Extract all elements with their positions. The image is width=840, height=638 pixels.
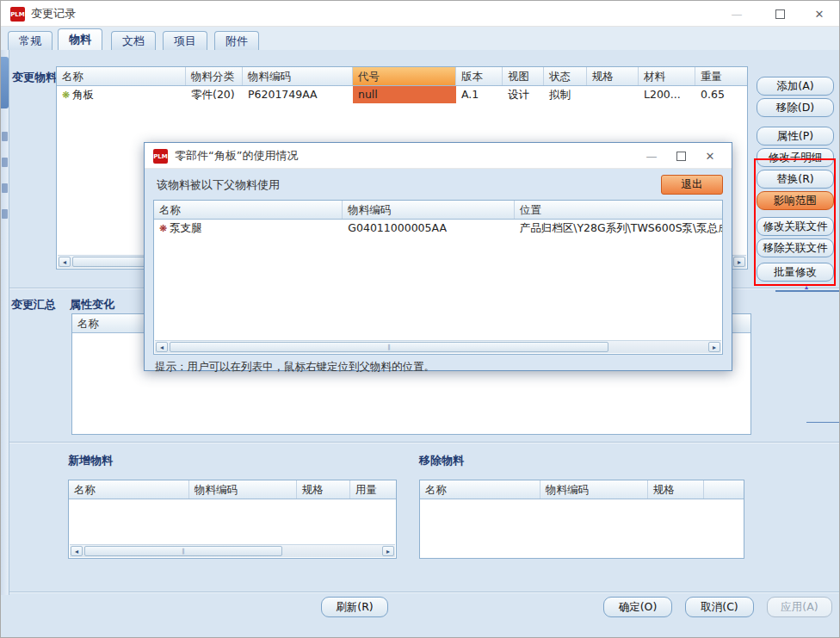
col-code[interactable]: 物料编码 xyxy=(189,480,297,499)
maximize-icon[interactable] xyxy=(765,1,794,27)
tab-document[interactable]: 文档 xyxy=(111,31,156,50)
scrollbar-thumb[interactable]: ‖ xyxy=(84,546,282,556)
add-button[interactable]: 添加(A) xyxy=(757,77,834,96)
material-icon: ❋ xyxy=(62,90,70,101)
minimize-icon[interactable]: — xyxy=(722,1,751,27)
exit-button[interactable]: 退出 xyxy=(661,175,723,195)
cell-designation: null xyxy=(353,86,456,103)
tab-bar: 常规 物料 文档 项目 附件 xyxy=(1,27,840,50)
window-title: 变更记录 xyxy=(31,1,76,27)
properties-button[interactable]: 属性(P) xyxy=(757,127,834,146)
dialog-titlebar: PLM 零部件“角板”的使用情况 — ✕ xyxy=(145,143,732,169)
cancel-button[interactable]: 取消(C) xyxy=(685,597,754,617)
cell-location: 产品归档区\Y28G系列\TWS600S泵\泵总成（3.5”）\动力 xyxy=(515,220,722,237)
horizontal-scrollbar[interactable]: ◂ ‖ ▸ xyxy=(70,544,395,557)
maximize-icon[interactable] xyxy=(666,143,695,169)
ok-button[interactable]: 确定(O) xyxy=(603,597,672,617)
col-name[interactable]: 名称 xyxy=(69,480,189,499)
cell-code: P6201749AA xyxy=(243,86,353,103)
refresh-button[interactable]: 刷新(R) xyxy=(321,597,388,617)
annotation-red-rectangle xyxy=(754,158,836,286)
cell-name: 泵支腿 xyxy=(170,221,202,234)
cell-status: 拟制 xyxy=(544,86,587,103)
remove-button[interactable]: 移除(D) xyxy=(757,98,834,117)
cell-code: G04011000005AA xyxy=(343,220,514,237)
minimize-icon[interactable]: — xyxy=(637,143,666,169)
usage-list-header: 名称 物料编码 位置 xyxy=(154,201,722,220)
cell-view: 设计 xyxy=(503,86,544,103)
scroll-right-icon[interactable]: ▸ xyxy=(733,257,745,267)
cell-weight: 0.65 xyxy=(695,86,747,103)
changed-materials-header: 名称 物料分类 物料编码 代号 版本 视图 状态 规格 材料 重量 xyxy=(57,67,747,86)
cell-category: 零件(20) xyxy=(186,86,243,103)
cell-spec xyxy=(587,86,639,103)
section-divider xyxy=(9,442,840,443)
window-titlebar: PLM 变更记录 — ✕ xyxy=(1,1,840,27)
tab-attachment[interactable]: 附件 xyxy=(214,31,259,50)
scrollbar-thumb[interactable]: ‖ xyxy=(170,342,608,352)
removed-materials-label: 移除物料 xyxy=(419,453,464,468)
tab-material[interactable]: 物料 xyxy=(58,28,102,50)
change-summary-label: 变更汇总 xyxy=(11,297,56,313)
added-materials-label: 新增物料 xyxy=(68,453,113,468)
attribute-change-label: 属性变化 xyxy=(70,297,114,313)
dialog-description: 该物料被以下父物料使用 xyxy=(157,177,280,193)
apply-button[interactable]: 应用(A) xyxy=(767,597,832,617)
col-code[interactable]: 物料编码 xyxy=(540,480,648,499)
cell-name: 角板 xyxy=(72,88,94,101)
col-spec[interactable]: 规格 xyxy=(297,480,350,499)
left-dock-strip xyxy=(1,50,9,595)
cell-version: A.1 xyxy=(456,86,503,103)
col-material[interactable]: 材料 xyxy=(639,67,695,85)
removed-materials-table: 名称 物料编码 规格 xyxy=(419,480,744,559)
scroll-right-icon[interactable]: ▸ xyxy=(382,546,394,556)
close-icon[interactable]: ✕ xyxy=(695,143,725,169)
parent-usage-list: 名称 物料编码 位置 ❋泵支腿 G04011000005AA 产品归档区\Y28… xyxy=(153,200,723,355)
added-materials-table: 名称 物料编码 规格 用量 ◂ ‖ ▸ xyxy=(68,480,397,559)
scroll-left-icon[interactable]: ◂ xyxy=(71,546,83,556)
list-item[interactable]: ❋泵支腿 G04011000005AA 产品归档区\Y28G系列\TWS600S… xyxy=(154,220,722,237)
plm-logo-icon: PLM xyxy=(10,7,25,22)
plm-logo-icon: PLM xyxy=(153,149,168,164)
col-name[interactable]: 名称 xyxy=(420,480,540,499)
col-weight[interactable]: 重量 xyxy=(695,67,747,85)
horizontal-scrollbar[interactable]: ◂ ‖ ▸ xyxy=(155,340,721,353)
tab-general[interactable]: 常规 xyxy=(8,31,52,50)
col-spec[interactable]: 规格 xyxy=(648,480,704,499)
added-materials-header: 名称 物料编码 规格 用量 xyxy=(69,480,396,499)
col-qty[interactable]: 用量 xyxy=(350,480,396,499)
splitter-line xyxy=(775,290,840,292)
col-designation[interactable]: 代号 xyxy=(353,67,456,85)
material-icon: ❋ xyxy=(159,223,167,234)
scrollbar-thumb[interactable] xyxy=(72,257,154,267)
scroll-right-icon[interactable]: ▸ xyxy=(708,342,720,352)
usage-dialog: PLM 零部件“角板”的使用情况 — ✕ 该物料被以下父物料使用 退出 名称 物… xyxy=(144,142,732,371)
col-name[interactable]: 名称 xyxy=(57,67,186,85)
footer-divider xyxy=(9,592,840,592)
dialog-tip: 提示：用户可以在列表中，鼠标右键定位到父物料的位置。 xyxy=(155,360,435,375)
tab-project[interactable]: 项目 xyxy=(163,31,207,50)
col-spec[interactable]: 规格 xyxy=(587,67,639,85)
col-view[interactable]: 视图 xyxy=(503,67,544,85)
dock-selected-segment[interactable] xyxy=(1,57,9,108)
splitter-line xyxy=(806,422,840,423)
scroll-left-icon[interactable]: ◂ xyxy=(156,342,168,352)
col-code[interactable]: 物料编码 xyxy=(243,67,353,85)
col-name[interactable]: 名称 xyxy=(154,201,343,219)
col-code[interactable]: 物料编码 xyxy=(343,201,514,219)
close-icon[interactable]: ✕ xyxy=(805,1,834,27)
col-version[interactable]: 版本 xyxy=(456,67,503,85)
cell-material: L200... xyxy=(639,86,695,103)
scroll-left-icon[interactable]: ◂ xyxy=(59,257,71,267)
changed-materials-label: 变更物料 xyxy=(12,70,57,85)
col-category[interactable]: 物料分类 xyxy=(186,67,243,85)
table-row[interactable]: ❋角板 零件(20) P6201749AA null A.1 设计 拟制 L20… xyxy=(57,86,747,103)
col-location[interactable]: 位置 xyxy=(515,201,722,219)
dialog-title: 零部件“角板”的使用情况 xyxy=(175,143,298,169)
col-status[interactable]: 状态 xyxy=(544,67,587,85)
removed-materials-header: 名称 物料编码 规格 xyxy=(420,480,744,499)
